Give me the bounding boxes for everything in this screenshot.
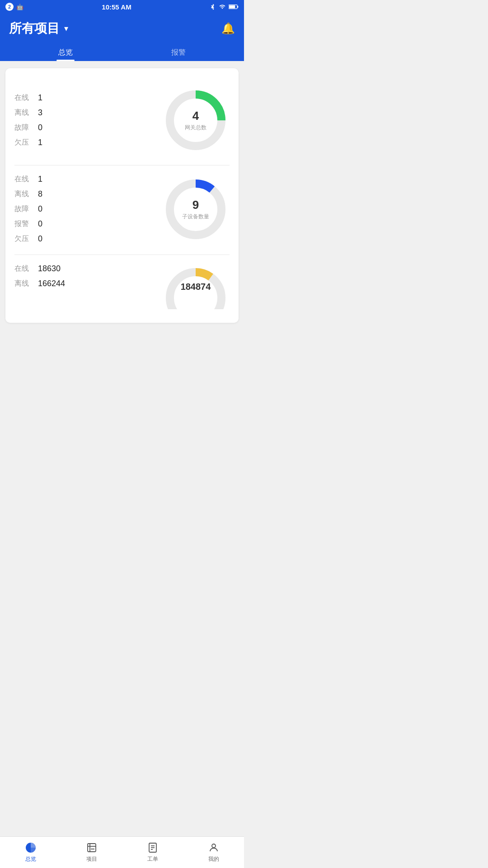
gateway-donut-chart: 4 网关总数 xyxy=(162,86,230,154)
top-bar: 所有项目 ▾ 🔔 总览 报警 xyxy=(0,14,244,61)
sensor-stats: 在线 18630 离线 166244 xyxy=(14,264,65,288)
tabs: 总览 报警 xyxy=(9,43,235,61)
subdevice-donut-center: 9 子设备数量 xyxy=(182,198,209,221)
list-item: 故障 0 xyxy=(14,123,42,132)
svg-rect-2 xyxy=(229,5,235,9)
list-item: 欠压 1 xyxy=(14,138,42,147)
bluetooth-icon xyxy=(210,4,216,10)
tab-alarm[interactable]: 报警 xyxy=(122,43,235,61)
list-item: 离线 3 xyxy=(14,108,42,118)
list-item: 故障 0 xyxy=(14,204,42,214)
status-left: 2 🤖 xyxy=(5,3,23,11)
sensor-donut-center: 184874 xyxy=(181,282,211,292)
list-item: 报警 0 xyxy=(14,219,42,229)
list-item: 在线 1 xyxy=(14,175,42,184)
subdevice-section: 在线 1 离线 8 故障 0 报警 0 欠压 0 xyxy=(14,165,230,255)
list-item: 在线 18630 xyxy=(14,264,65,274)
status-icons xyxy=(210,4,239,10)
list-item: 离线 8 xyxy=(14,189,42,199)
status-bar: 2 🤖 10:55 AM xyxy=(0,0,244,14)
gateway-donut-center: 4 网关总数 xyxy=(185,109,206,132)
main-content: 在线 1 离线 3 故障 0 欠压 1 xyxy=(0,61,244,387)
tab-overview[interactable]: 总览 xyxy=(9,43,122,61)
list-item: 在线 1 xyxy=(14,93,42,103)
status-time: 10:55 AM xyxy=(102,3,131,11)
battery-icon xyxy=(229,4,239,9)
notification-bell-icon[interactable]: 🔔 xyxy=(221,22,235,35)
wifi-icon xyxy=(219,4,226,10)
svg-rect-1 xyxy=(237,6,238,8)
list-item: 离线 166244 xyxy=(14,279,65,288)
title-group[interactable]: 所有项目 ▾ xyxy=(9,20,68,37)
page-title: 所有项目 xyxy=(9,20,60,37)
sensor-donut-chart: 184874 xyxy=(162,264,230,309)
gateway-stats: 在线 1 离线 3 故障 0 欠压 1 xyxy=(14,93,42,147)
gateway-section: 在线 1 离线 3 故障 0 欠压 1 xyxy=(14,77,230,165)
chevron-down-icon[interactable]: ▾ xyxy=(64,24,68,33)
sensor-section: 在线 18630 离线 166244 1 xyxy=(14,255,230,314)
list-item: 欠压 0 xyxy=(14,234,42,244)
subdevice-stats: 在线 1 离线 8 故障 0 报警 0 欠压 0 xyxy=(14,175,42,244)
android-icon: 🤖 xyxy=(16,4,23,10)
overview-card: 在线 1 离线 3 故障 0 欠压 1 xyxy=(5,68,239,323)
notification-badge: 2 xyxy=(5,3,14,11)
subdevice-donut-chart: 9 子设备数量 xyxy=(162,175,230,243)
